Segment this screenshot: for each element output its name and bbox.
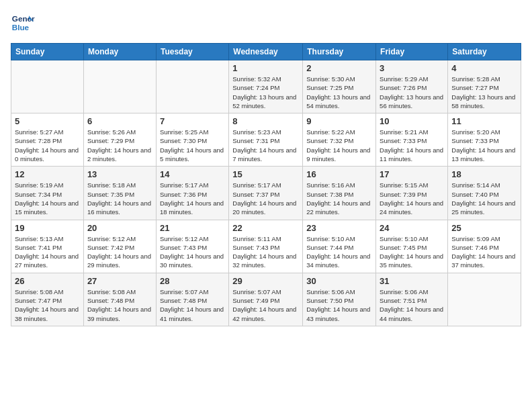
calendar-cell: 22Sunrise: 5:11 AM Sunset: 7:43 PM Dayli… [229, 220, 303, 273]
day-info: Sunrise: 5:30 AM Sunset: 7:25 PM Dayligh… [306, 75, 372, 110]
day-number: 12 [15, 169, 80, 179]
calendar-cell: 3Sunrise: 5:29 AM Sunset: 7:26 PM Daylig… [376, 60, 448, 113]
calendar-table: SundayMondayTuesdayWednesdayThursdayFrid… [11, 43, 521, 326]
calendar-cell: 21Sunrise: 5:12 AM Sunset: 7:43 PM Dayli… [156, 220, 228, 273]
calendar-cell: 13Sunrise: 5:18 AM Sunset: 7:35 PM Dayli… [83, 167, 156, 220]
day-number: 24 [380, 223, 444, 233]
weekday-header-saturday: Saturday [448, 44, 521, 60]
calendar-week-row: 12Sunrise: 5:19 AM Sunset: 7:34 PM Dayli… [11, 167, 521, 220]
day-info: Sunrise: 5:17 AM Sunset: 7:36 PM Dayligh… [160, 181, 225, 216]
weekday-header-friday: Friday [376, 44, 448, 60]
calendar-week-row: 26Sunrise: 5:08 AM Sunset: 7:47 PM Dayli… [11, 273, 521, 326]
calendar-cell: 2Sunrise: 5:30 AM Sunset: 7:25 PM Daylig… [303, 60, 376, 113]
calendar-cell: 5Sunrise: 5:27 AM Sunset: 7:28 PM Daylig… [11, 113, 84, 167]
day-info: Sunrise: 5:21 AM Sunset: 7:33 PM Dayligh… [380, 128, 444, 163]
day-info: Sunrise: 5:17 AM Sunset: 7:37 PM Dayligh… [232, 181, 299, 216]
calendar-week-row: 5Sunrise: 5:27 AM Sunset: 7:28 PM Daylig… [11, 113, 521, 167]
weekday-header-wednesday: Wednesday [229, 44, 303, 60]
day-info: Sunrise: 5:06 AM Sunset: 7:50 PM Dayligh… [306, 287, 372, 323]
calendar-cell: 7Sunrise: 5:25 AM Sunset: 7:30 PM Daylig… [156, 113, 228, 167]
day-number: 22 [232, 223, 299, 233]
calendar-cell: 6Sunrise: 5:26 AM Sunset: 7:29 PM Daylig… [83, 113, 156, 167]
calendar-cell [83, 60, 156, 113]
calendar-cell [156, 60, 228, 113]
day-number: 31 [380, 276, 444, 286]
calendar-cell: 24Sunrise: 5:10 AM Sunset: 7:45 PM Dayli… [376, 220, 448, 273]
day-number: 2 [306, 63, 372, 73]
calendar-cell: 26Sunrise: 5:08 AM Sunset: 7:47 PM Dayli… [11, 273, 84, 326]
calendar-cell: 23Sunrise: 5:10 AM Sunset: 7:44 PM Dayli… [303, 220, 376, 273]
day-info: Sunrise: 5:10 AM Sunset: 7:45 PM Dayligh… [380, 234, 444, 270]
weekday-header-row: SundayMondayTuesdayWednesdayThursdayFrid… [11, 44, 521, 60]
calendar-cell: 31Sunrise: 5:06 AM Sunset: 7:51 PM Dayli… [376, 273, 448, 326]
day-info: Sunrise: 5:16 AM Sunset: 7:38 PM Dayligh… [306, 181, 372, 216]
calendar-cell: 12Sunrise: 5:19 AM Sunset: 7:34 PM Dayli… [11, 167, 84, 220]
calendar-cell: 18Sunrise: 5:14 AM Sunset: 7:40 PM Dayli… [448, 167, 521, 220]
calendar-cell: 9Sunrise: 5:22 AM Sunset: 7:32 PM Daylig… [303, 113, 376, 167]
day-info: Sunrise: 5:15 AM Sunset: 7:39 PM Dayligh… [380, 181, 444, 216]
day-info: Sunrise: 5:06 AM Sunset: 7:51 PM Dayligh… [380, 287, 444, 323]
day-number: 7 [160, 116, 225, 126]
day-number: 26 [15, 276, 80, 286]
day-info: Sunrise: 5:28 AM Sunset: 7:27 PM Dayligh… [451, 75, 517, 110]
calendar-cell: 30Sunrise: 5:06 AM Sunset: 7:50 PM Dayli… [303, 273, 376, 326]
svg-text:General: General [12, 14, 35, 23]
day-info: Sunrise: 5:10 AM Sunset: 7:44 PM Dayligh… [306, 234, 372, 270]
calendar-cell [448, 273, 521, 326]
day-info: Sunrise: 5:23 AM Sunset: 7:31 PM Dayligh… [232, 128, 299, 163]
day-info: Sunrise: 5:14 AM Sunset: 7:40 PM Dayligh… [451, 181, 517, 216]
day-number: 11 [451, 116, 517, 126]
calendar-week-row: 19Sunrise: 5:13 AM Sunset: 7:41 PM Dayli… [11, 220, 521, 273]
day-info: Sunrise: 5:07 AM Sunset: 7:49 PM Dayligh… [232, 287, 299, 323]
calendar-cell: 11Sunrise: 5:20 AM Sunset: 7:33 PM Dayli… [448, 113, 521, 167]
day-number: 23 [306, 223, 372, 233]
day-number: 1 [232, 63, 299, 73]
day-info: Sunrise: 5:26 AM Sunset: 7:29 PM Dayligh… [87, 128, 152, 163]
calendar-cell: 29Sunrise: 5:07 AM Sunset: 7:49 PM Dayli… [229, 273, 303, 326]
weekday-header-monday: Monday [83, 44, 156, 60]
day-number: 20 [87, 223, 152, 233]
day-number: 3 [380, 63, 444, 73]
day-number: 13 [87, 169, 152, 179]
day-info: Sunrise: 5:08 AM Sunset: 7:47 PM Dayligh… [15, 287, 80, 323]
day-info: Sunrise: 5:20 AM Sunset: 7:33 PM Dayligh… [451, 128, 517, 163]
page-header: General Blue [11, 11, 521, 35]
day-number: 6 [87, 116, 152, 126]
day-info: Sunrise: 5:18 AM Sunset: 7:35 PM Dayligh… [87, 181, 152, 216]
logo-icon: General Blue [11, 11, 35, 35]
day-info: Sunrise: 5:12 AM Sunset: 7:43 PM Dayligh… [160, 234, 225, 270]
day-info: Sunrise: 5:22 AM Sunset: 7:32 PM Dayligh… [306, 128, 372, 163]
day-info: Sunrise: 5:27 AM Sunset: 7:28 PM Dayligh… [15, 128, 80, 163]
calendar-cell: 14Sunrise: 5:17 AM Sunset: 7:36 PM Dayli… [156, 167, 228, 220]
calendar-cell: 25Sunrise: 5:09 AM Sunset: 7:46 PM Dayli… [448, 220, 521, 273]
day-number: 10 [380, 116, 444, 126]
calendar-cell: 20Sunrise: 5:12 AM Sunset: 7:42 PM Dayli… [83, 220, 156, 273]
day-number: 9 [306, 116, 372, 126]
calendar-cell [11, 60, 84, 113]
calendar-week-row: 1Sunrise: 5:32 AM Sunset: 7:24 PM Daylig… [11, 60, 521, 113]
calendar-cell: 19Sunrise: 5:13 AM Sunset: 7:41 PM Dayli… [11, 220, 84, 273]
day-info: Sunrise: 5:13 AM Sunset: 7:41 PM Dayligh… [15, 234, 80, 270]
day-info: Sunrise: 5:25 AM Sunset: 7:30 PM Dayligh… [160, 128, 225, 163]
day-number: 25 [451, 223, 517, 233]
weekday-header-thursday: Thursday [303, 44, 376, 60]
day-number: 30 [306, 276, 372, 286]
calendar-cell: 10Sunrise: 5:21 AM Sunset: 7:33 PM Dayli… [376, 113, 448, 167]
day-number: 5 [15, 116, 80, 126]
day-number: 15 [232, 169, 299, 179]
calendar-cell: 17Sunrise: 5:15 AM Sunset: 7:39 PM Dayli… [376, 167, 448, 220]
day-number: 14 [160, 169, 225, 179]
calendar-cell: 1Sunrise: 5:32 AM Sunset: 7:24 PM Daylig… [229, 60, 303, 113]
day-number: 21 [160, 223, 225, 233]
calendar-cell: 15Sunrise: 5:17 AM Sunset: 7:37 PM Dayli… [229, 167, 303, 220]
day-number: 19 [15, 223, 80, 233]
svg-text:Blue: Blue [12, 23, 30, 32]
calendar-cell: 4Sunrise: 5:28 AM Sunset: 7:27 PM Daylig… [448, 60, 521, 113]
calendar-cell: 27Sunrise: 5:08 AM Sunset: 7:48 PM Dayli… [83, 273, 156, 326]
calendar-cell: 28Sunrise: 5:07 AM Sunset: 7:48 PM Dayli… [156, 273, 228, 326]
day-info: Sunrise: 5:19 AM Sunset: 7:34 PM Dayligh… [15, 181, 80, 216]
day-number: 18 [451, 169, 517, 179]
day-info: Sunrise: 5:32 AM Sunset: 7:24 PM Dayligh… [232, 75, 299, 110]
logo: General Blue [11, 11, 35, 35]
calendar-cell: 8Sunrise: 5:23 AM Sunset: 7:31 PM Daylig… [229, 113, 303, 167]
